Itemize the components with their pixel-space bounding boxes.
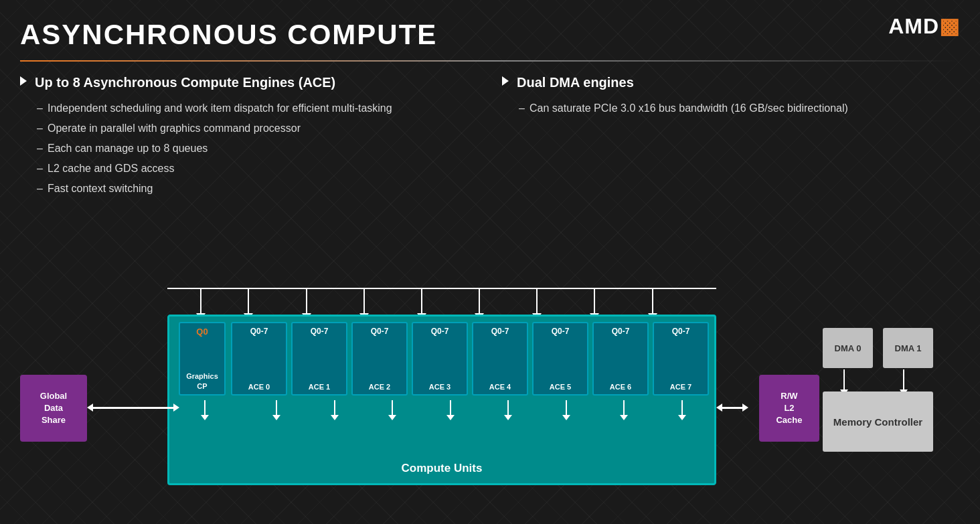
dma0-box: DMA 0 — [823, 328, 873, 368]
gcp-top-line — [200, 288, 201, 316]
ace5-inner-arrow — [540, 400, 594, 420]
right-bullet-1: Can saturate PCIe 3.0 x16 bus bandwidth … — [519, 100, 904, 116]
ace4-queue: Q0-7 — [491, 327, 509, 336]
content-right: Dual DMA engines Can saturate PCIe 3.0 x… — [502, 74, 904, 120]
ace-box-6: Q0-7 ACE 6 — [592, 322, 649, 396]
ace1-top-line — [306, 288, 307, 316]
triangle-bullet-left — [20, 76, 27, 86]
ace-box-0: Q0-7 ACE 0 — [231, 322, 287, 396]
ace-boxes-container: Q0-7 ACE 0 Q0-7 ACE 1 Q0-7 ACE 2 Q0-7 AC… — [231, 322, 709, 396]
top-border-line — [167, 288, 716, 289]
ace3-queue: Q0-7 — [431, 327, 449, 336]
left-bullet-4: L2 cache and GDS access — [37, 161, 448, 177]
left-bullet-1: Independent scheduling and work item dis… — [37, 100, 448, 116]
ace0-inner-arrow — [250, 400, 304, 420]
ace-box-3: Q0-7 ACE 3 — [412, 322, 468, 396]
ace0-name: ACE 0 — [248, 383, 270, 391]
left-bullet-3: Each can manage up to 8 queues — [37, 141, 448, 157]
ace7-inner-arrow — [655, 400, 710, 420]
ace4-name: ACE 4 — [489, 383, 511, 391]
ace5-top-line — [536, 288, 538, 316]
ace0-top-line — [248, 288, 249, 316]
ace2-top-line — [363, 288, 365, 316]
left-bullet-header: Up to 8 Asynchronous Compute Engines (AC… — [20, 74, 448, 91]
compute-units-label: Compute Units — [169, 462, 714, 475]
rw-bidir-arrow — [716, 404, 748, 412]
ace-box-1: Q0-7 ACE 1 — [291, 322, 347, 396]
gds-bidir-arrow — [87, 404, 179, 412]
right-bullet-header: Dual DMA engines — [502, 74, 904, 91]
main-teal-block: Q0 GraphicsCP Q0-7 ACE 0 Q0-7 ACE 1 Q0-7… — [167, 315, 716, 485]
page-title: ASYNCHRONOUS COMPUTE — [20, 19, 437, 51]
ace-box-7: Q0-7 ACE 7 — [653, 322, 709, 396]
right-sub-bullets: Can saturate PCIe 3.0 x16 bus bandwidth … — [519, 100, 904, 116]
left-bullet-2: Operate in parallel with graphics comman… — [37, 120, 448, 137]
memory-controller-box: Memory Controller — [823, 391, 933, 452]
ace6-inner-arrow — [597, 400, 651, 420]
ace2-inner-arrow — [365, 400, 420, 420]
ace7-top-line — [652, 288, 653, 316]
ace-box-4: Q0-7 ACE 4 — [472, 322, 528, 396]
memory-controller-label: Memory Controller — [833, 415, 922, 429]
ace1-name: ACE 1 — [309, 383, 330, 391]
left-sub-bullets: Independent scheduling and work item dis… — [37, 100, 448, 197]
graphics-cp-label: GraphicsCP — [186, 371, 218, 391]
ace-box-2: Q0-7 ACE 2 — [351, 322, 408, 396]
dma0-label: DMA 0 — [835, 343, 862, 353]
dma1-box: DMA 1 — [883, 328, 933, 368]
ace3-top-line — [421, 288, 422, 316]
divider — [20, 60, 960, 62]
triangle-bullet-right — [502, 76, 509, 86]
rw-l2-cache-box: R/W L2 Cache — [759, 375, 819, 442]
ace1-inner-arrow — [308, 400, 362, 420]
ace-inner-arrows — [250, 400, 709, 420]
ace5-queue: Q0-7 — [552, 327, 570, 336]
ace5-name: ACE 5 — [550, 383, 571, 391]
ace3-inner-arrow — [424, 400, 478, 420]
dma1-label: DMA 1 — [895, 343, 922, 353]
ace7-name: ACE 7 — [670, 383, 691, 391]
gds-box: Global Data Share — [20, 375, 87, 442]
ace2-name: ACE 2 — [369, 383, 390, 391]
left-bullet-5: Fast context switching — [37, 181, 448, 197]
right-header-text: Dual DMA engines — [517, 74, 634, 91]
q0-label: Q0 — [196, 327, 208, 337]
ace0-queue: Q0-7 — [250, 327, 268, 336]
gds-text: Global Data Share — [40, 390, 67, 427]
diagram: Q0 GraphicsCP Q0-7 ACE 0 Q0-7 ACE 1 Q0-7… — [20, 288, 960, 502]
ace6-queue: Q0-7 — [612, 327, 630, 336]
ace6-top-line — [594, 288, 595, 316]
ace-box-5: Q0-7 ACE 5 — [532, 322, 588, 396]
ace3-name: ACE 3 — [429, 383, 451, 391]
ace4-inner-arrow — [481, 400, 536, 420]
ace7-queue: Q0-7 — [672, 327, 690, 336]
amd-logo: AMD▩ — [888, 13, 960, 39]
ace6-name: ACE 6 — [610, 383, 631, 391]
ace2-queue: Q0-7 — [371, 327, 389, 336]
ace4-top-line — [479, 288, 480, 316]
rw-text: R/W L2 Cache — [776, 390, 802, 427]
gcp-inner-arrow — [201, 400, 209, 420]
ace1-queue: Q0-7 — [311, 327, 329, 336]
left-header-text: Up to 8 Asynchronous Compute Engines (AC… — [35, 74, 335, 91]
content-left: Up to 8 Asynchronous Compute Engines (AC… — [20, 74, 448, 201]
graphics-cp-box: Q0 GraphicsCP — [179, 322, 226, 396]
